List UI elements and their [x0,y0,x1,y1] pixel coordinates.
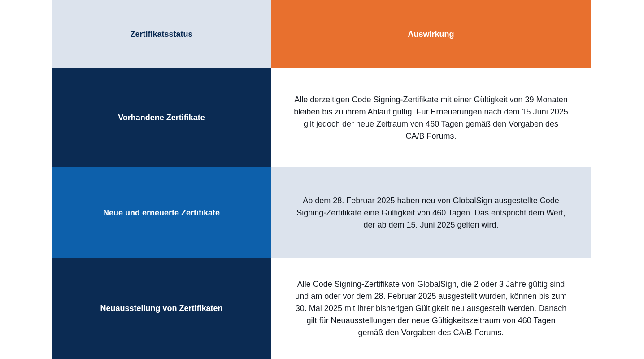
table-row: Neuausstellung von Zertifikaten Alle Cod… [52,258,591,359]
status-cell-existing: Vorhandene Zertifikate [52,68,271,167]
table-row: Neue und erneuerte Zertifikate Ab dem 28… [52,167,591,258]
table-header-row: Zertifikatsstatus Auswirkung [52,0,591,68]
column-header-impact: Auswirkung [271,0,591,68]
certificate-status-table: Zertifikatsstatus Auswirkung Vorhandene … [52,0,591,359]
impact-cell-existing: Alle derzeitigen Code Signing-Zertifikat… [271,68,591,167]
impact-cell-new: Ab dem 28. Februar 2025 haben neu von Gl… [271,167,591,258]
status-cell-reissue: Neuausstellung von Zertifikaten [52,258,271,359]
column-header-status: Zertifikatsstatus [52,0,271,68]
status-cell-new: Neue und erneuerte Zertifikate [52,167,271,258]
impact-cell-reissue: Alle Code Signing-Zertifikate von Global… [271,258,591,359]
table-row: Vorhandene Zertifikate Alle derzeitigen … [52,68,591,167]
